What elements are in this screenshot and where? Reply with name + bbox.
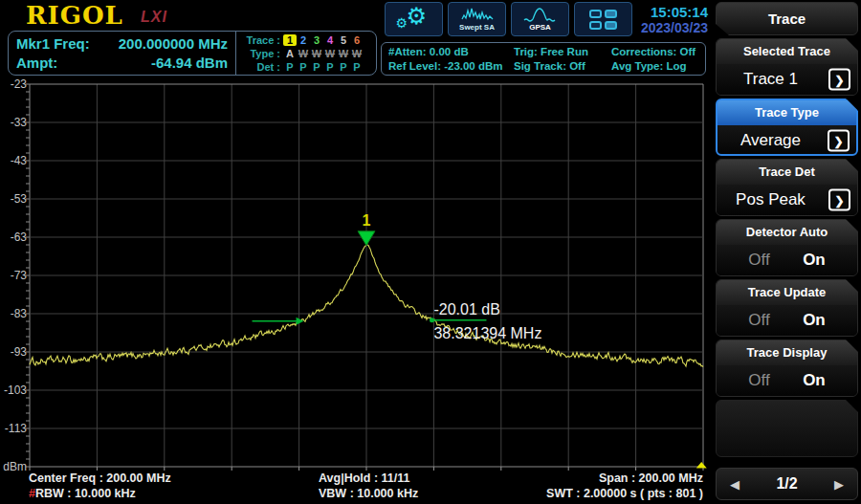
marker-freq-value: 200.000000 MHz xyxy=(119,34,228,54)
softkey-detector-auto[interactable]: Detector Auto Off On xyxy=(716,219,858,276)
menu-pager[interactable]: ◀ 1/2 ▶ xyxy=(716,468,858,500)
y-tick-label: -73 xyxy=(11,269,28,282)
selected-trace-header: Selected Trace xyxy=(717,39,857,64)
trace-update-off[interactable]: Off xyxy=(748,311,769,330)
marker1-label: 1 xyxy=(363,212,371,229)
clock-time: 15:05:14 xyxy=(628,4,708,20)
softkey-blank[interactable] xyxy=(716,400,858,457)
y-tick-label: -23 xyxy=(11,77,28,91)
trace-det-value: Pos Peak xyxy=(717,190,825,209)
rbw-coupled-marker: # xyxy=(29,487,35,500)
marker-and-legend-panel: Mkr1 Freq: 200.000000 MHz Ampt: -64.94 d… xyxy=(8,31,377,76)
marker-ampt-value: -64.94 dBm xyxy=(151,54,228,73)
y-tick-label: -113 xyxy=(5,422,27,435)
gpsa-icon xyxy=(523,7,558,22)
trace-display-on[interactable]: On xyxy=(803,371,826,390)
marker-readout: Mkr1 Freq: 200.000000 MHz Ampt: -64.94 d… xyxy=(9,32,236,75)
legend-type-2: W xyxy=(297,48,310,59)
sweep-indicator-icon xyxy=(696,462,707,469)
y-tick-label: -63 xyxy=(11,230,28,244)
corrections-readout: Corrections: Off xyxy=(611,45,701,59)
legend-det-6: P xyxy=(350,61,364,73)
rigol-logo: RIGOL xyxy=(26,1,123,30)
legend-trace-3: 3 xyxy=(310,34,323,46)
legend-det-2: P xyxy=(297,61,310,73)
legend-det-4: P xyxy=(323,61,337,73)
rbw-readout: #RBW : 10.000 kHz xyxy=(29,486,171,501)
trace-type-header: Trace Type xyxy=(718,100,856,125)
system-settings-button[interactable]: ⚙⚙ xyxy=(385,2,443,36)
marker-freq-label: Mkr1 Freq: xyxy=(16,34,90,54)
softkey-selected-trace[interactable]: Selected Trace Trace 1 ❯ xyxy=(716,38,858,96)
page-next-icon[interactable]: ▶ xyxy=(834,477,844,492)
gpsa-mode-button[interactable]: GPSA xyxy=(511,2,569,36)
swept-sa-label: Swept SA xyxy=(459,23,495,32)
legend-det-3: P xyxy=(310,61,323,73)
legend-type-6: W xyxy=(350,48,364,59)
ref-level-readout: Ref Level: -23.00 dBm xyxy=(388,59,514,74)
softkey-trace-det[interactable]: Trace Det Pos Peak ❯ xyxy=(716,159,858,216)
y-tick-label: -53 xyxy=(11,192,28,206)
y-axis-unit: dBm xyxy=(3,460,27,473)
swept-sa-mode-button[interactable]: Swept SA xyxy=(448,2,506,36)
trace-display-off[interactable]: Off xyxy=(748,371,769,390)
trace-update-on[interactable]: On xyxy=(803,311,826,330)
softkey-trace-type[interactable]: Trace Type Average ❯ xyxy=(716,99,858,156)
trace-display-header: Trace Display xyxy=(717,340,857,365)
y-tick-label: -93 xyxy=(11,345,28,359)
chevron-right-icon: ❯ xyxy=(828,130,850,152)
ndb-left-arrow-icon xyxy=(297,318,304,325)
detector-auto-header: Detector Auto xyxy=(717,220,857,245)
footer-middle: Avg|Hold : 11/11 VBW : 10.000 kHz xyxy=(319,471,418,501)
legend-det-label: Det : xyxy=(240,61,280,73)
vbw-readout: VBW : 10.000 kHz xyxy=(319,486,418,501)
legend-type-5: W xyxy=(337,48,350,59)
trig-readout: Trig: Free Run xyxy=(514,45,611,59)
y-tick-label: -43 xyxy=(11,154,28,167)
lxi-badge: LXI xyxy=(141,9,167,26)
legend-trace-1: 1 xyxy=(283,34,297,46)
legend-trace-2: 2 xyxy=(297,34,310,46)
legend-type-3: W xyxy=(310,48,323,59)
avg-type-readout: Avg Type: Log xyxy=(611,59,701,74)
legend-det-5: P xyxy=(337,61,350,73)
mode-button-row: ⚙⚙ Swept SA GPSA xyxy=(385,2,632,36)
softkey-trace-display[interactable]: Trace Display Off On xyxy=(716,340,858,397)
ndb-db-readout: -20.01 dB xyxy=(433,301,499,318)
gear-icon: ⚙⚙ xyxy=(395,4,433,34)
clock: 15:05:14 2023/03/23 xyxy=(628,4,708,36)
legend-trace-6: 6 xyxy=(350,34,364,46)
legend-trace-4: 4 xyxy=(323,34,337,46)
clock-date: 2023/03/23 xyxy=(628,20,708,36)
y-tick-label: -103 xyxy=(4,383,27,397)
legend-type-4: W xyxy=(323,48,337,59)
trace-det-header: Trace Det xyxy=(717,160,857,185)
marker1-triangle-icon xyxy=(358,231,375,246)
legend-trace-5: 5 xyxy=(337,34,350,46)
detector-auto-on[interactable]: On xyxy=(803,251,826,270)
y-tick-label: -33 xyxy=(11,116,28,129)
status-strip: #Atten: 0.00 dB Ref Level: -23.00 dBm Tr… xyxy=(381,42,706,76)
legend-type-label: Type : xyxy=(240,48,280,59)
trace-update-header: Trace Update xyxy=(717,280,857,305)
footer-left: Center Freq : 200.00 MHz #RBW : 10.000 k… xyxy=(29,471,171,501)
marker-ampt-label: Ampt: xyxy=(16,54,57,73)
softkey-menu: Trace Selected Trace Trace 1 ❯ Trace Typ… xyxy=(714,0,861,504)
footer-right: Span : 200.00 MHz SWT : 2.00000 s ( pts … xyxy=(411,471,703,501)
legend-type-1: A xyxy=(283,48,297,59)
page-prev-icon[interactable]: ◀ xyxy=(730,477,740,492)
window-layout-icon xyxy=(589,10,617,30)
detector-auto-off[interactable]: Off xyxy=(748,251,769,270)
chevron-right-icon: ❯ xyxy=(828,69,850,91)
trace-type-value: Average xyxy=(718,131,824,150)
atten-readout: #Atten: 0.00 dB xyxy=(388,45,514,59)
chevron-right-icon: ❯ xyxy=(828,189,850,211)
center-freq-readout: Center Freq : 200.00 MHz xyxy=(29,471,171,486)
ndb-freq-readout: 38.321394 MHz xyxy=(433,325,541,341)
softkey-trace-update[interactable]: Trace Update Off On xyxy=(716,279,858,337)
legend-trace-label: Trace : xyxy=(240,34,280,46)
trace-legend: Trace : 1 2 3 4 5 6 Type : A W W W W W D… xyxy=(236,32,376,75)
window-layout-button[interactable] xyxy=(574,2,632,36)
menu-title-trace[interactable]: Trace xyxy=(716,2,858,35)
page-indicator: 1/2 xyxy=(776,475,797,493)
